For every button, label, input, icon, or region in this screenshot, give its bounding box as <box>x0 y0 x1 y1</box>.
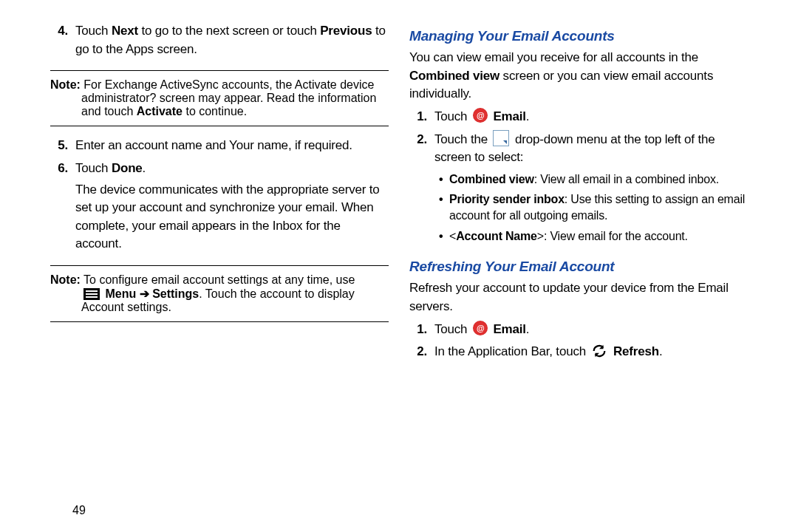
left-column: 4. Touch Next to go to the next screen o… <box>28 22 399 517</box>
step-6: 6. Touch Done. The device communicates w… <box>50 160 389 253</box>
text: Touch <box>75 24 112 38</box>
refresh-icon <box>591 343 607 359</box>
note-body: Note: For Exchange ActiveSync accounts, … <box>50 78 389 118</box>
right-column: Managing Your Email Accounts You can vie… <box>399 22 770 517</box>
note-body: Note: To configure email account setting… <box>50 273 389 314</box>
step-body: Enter an account name and Your name, if … <box>75 137 389 155</box>
note-label: Note: <box>50 78 81 91</box>
text: You can view email you receive for all a… <box>409 50 698 64</box>
heading-refreshing: Refreshing Your Email Account <box>409 259 748 275</box>
email-label: Email <box>493 322 525 336</box>
previous-label: Previous <box>320 24 372 38</box>
list-item: Combined view: View all email in a combi… <box>449 171 748 188</box>
refresh-intro: Refresh your account to update your devi… <box>409 279 748 316</box>
text: . <box>526 322 530 336</box>
note-activesync: Note: For Exchange ActiveSync accounts, … <box>50 70 389 126</box>
manual-page: 4. Touch Next to go to the next screen o… <box>0 0 798 532</box>
step-number: 4. <box>50 22 75 58</box>
next-label: Next <box>112 24 138 38</box>
bullet-text: >: View email for the account. <box>537 230 688 242</box>
bullet-text: : View all email in a combined inbox. <box>534 173 719 185</box>
step-number: 2. <box>409 343 434 361</box>
menu-label: Menu <box>105 287 136 300</box>
refresh-step-2: 2. In the Application Bar, touch Refresh… <box>409 343 748 361</box>
manage-step-1: 1. Touch Email. <box>409 108 748 126</box>
text: . <box>659 344 663 358</box>
activate-label: Activate <box>137 105 183 117</box>
text: Touch the <box>434 132 491 146</box>
text: To configure email account settings at a… <box>83 273 355 286</box>
text: < <box>449 230 456 242</box>
text: to continue. <box>183 105 247 117</box>
step6-description: The device communicates with the appropr… <box>75 183 380 251</box>
list-item: <Account Name>: View email for the accou… <box>449 228 748 245</box>
refresh-label: Refresh <box>613 344 659 358</box>
text: . <box>143 161 146 175</box>
text: Touch <box>434 109 471 123</box>
dropdown-icon <box>493 130 509 146</box>
email-icon <box>473 321 488 335</box>
list-item: Priority sender inbox: Use this setting … <box>449 191 748 223</box>
settings-label: Settings <box>152 287 199 300</box>
managing-intro: You can view email you receive for all a… <box>409 49 748 103</box>
step-number: 2. <box>409 131 434 249</box>
step-number: 6. <box>50 160 75 253</box>
step-body: Touch the drop-down menu at the top left… <box>434 131 748 249</box>
heading-managing: Managing Your Email Accounts <box>409 28 748 44</box>
step-number: 1. <box>409 321 434 339</box>
step-4: 4. Touch Next to go to the next screen o… <box>50 22 389 58</box>
bullet-label: Priority sender inbox <box>449 193 565 205</box>
step-5: 5. Enter an account name and Your name, … <box>50 137 389 155</box>
dropdown-options: Combined view: View all email in a combi… <box>434 171 748 244</box>
step-body: Touch Email. <box>434 108 748 126</box>
text: Touch <box>434 322 471 336</box>
step-body: In the Application Bar, touch Refresh. <box>434 343 748 361</box>
text: . <box>526 109 530 123</box>
note-label: Note: <box>50 273 81 286</box>
combined-view-label: Combined view <box>409 69 499 83</box>
step-number: 5. <box>50 137 75 155</box>
refresh-step-1: 1. Touch Email. <box>409 321 748 339</box>
note-settings: Note: To configure email account setting… <box>50 265 389 322</box>
email-label: Email <box>493 109 525 123</box>
manage-step-2: 2. Touch the drop-down menu at the top l… <box>409 131 748 249</box>
bullet-label: Combined view <box>449 173 534 185</box>
menu-icon <box>83 288 100 300</box>
page-number: 49 <box>50 504 389 517</box>
bullet-label: Account Name <box>456 230 537 242</box>
text: Touch <box>75 161 112 175</box>
step-body: Touch Done. The device communicates with… <box>75 160 389 253</box>
arrow-icon: ➔ <box>136 287 152 300</box>
done-label: Done <box>112 161 143 175</box>
text: to go to the next screen or touch <box>138 24 320 38</box>
step-number: 1. <box>409 108 434 126</box>
text: In the Application Bar, touch <box>434 344 589 358</box>
step-body: Touch Email. <box>434 321 748 339</box>
email-icon <box>473 108 488 123</box>
step-body: Touch Next to go to the next screen or t… <box>75 22 389 58</box>
